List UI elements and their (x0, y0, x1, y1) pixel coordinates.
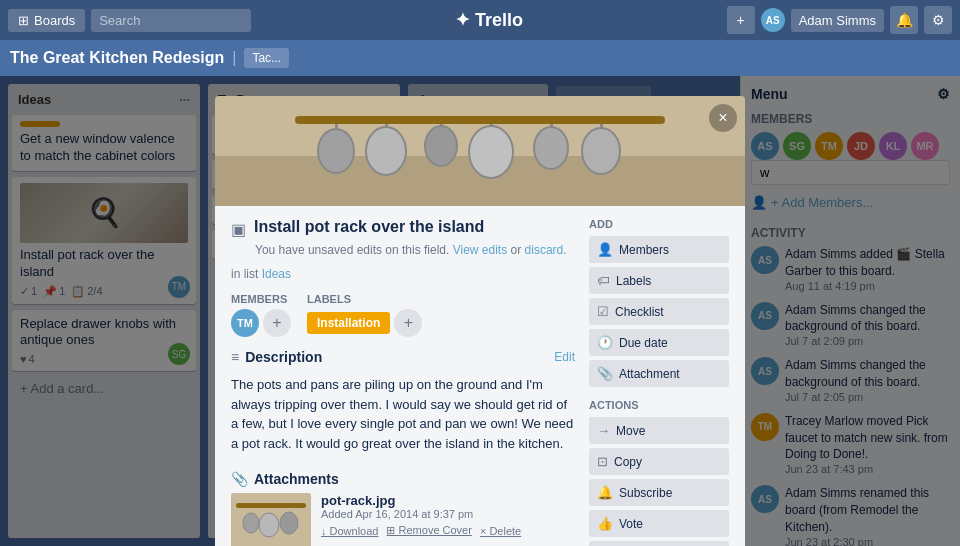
team-button[interactable]: Tac... (244, 48, 289, 68)
members-labels-row: Members TM + Labels Installation + (231, 293, 575, 337)
subscribe-button[interactable]: 🔔 Subscribe (589, 479, 729, 506)
svg-point-8 (425, 126, 457, 166)
ml-avatars: TM + (231, 309, 291, 337)
svg-rect-2 (295, 116, 665, 124)
vote-icon: 👍 (597, 516, 613, 531)
modal-main: ▣ Install pot rack over the island You h… (231, 218, 575, 546)
modal-in-list: in list Ideas (231, 267, 575, 281)
delete-attachment-button[interactable]: × Delete (480, 524, 521, 537)
modal-unsaved-notice: You have unsaved edits on this field. Vi… (255, 243, 575, 257)
modal-description-section: ≡ Description Edit The pots and pans are… (231, 349, 575, 457)
card-modal: × ▣ Install pot rack over the island You… (215, 96, 745, 546)
modal-title-row: ▣ Install pot rack over the island (231, 218, 575, 239)
modal-member-avatar[interactable]: TM (231, 309, 259, 337)
settings-button[interactable]: ⚙ (924, 6, 952, 34)
thumb-svg (231, 493, 311, 546)
svg-point-6 (366, 127, 406, 175)
boards-button[interactable]: ⊞ Boards (8, 9, 85, 32)
nav-right: + AS Adam Simms 🔔 ⚙ (727, 6, 952, 34)
checklist-btn-icon: ☑ (597, 304, 609, 319)
svg-point-14 (582, 128, 620, 174)
attachments-header: 📎 Attachments (231, 471, 575, 487)
svg-point-17 (243, 513, 259, 533)
modal-attachments-section: 📎 Attachments (231, 471, 575, 546)
add-member-modal-button[interactable]: + (263, 309, 291, 337)
add-members-btn[interactable]: 👤 Members (589, 236, 729, 263)
attachment-actions: ↓ Download ⊞ Remove Cover × Delete (321, 524, 575, 537)
add-section-title: Add (589, 218, 729, 230)
modal-sidebar: Add 👤 Members 🏷 Labels ☑ Checklist (589, 218, 729, 546)
board-header: The Great Kitchen Redesign | Tac... (0, 40, 960, 76)
description-title: Description (245, 349, 548, 365)
attachment-date: Added Apr 16, 2014 at 9:37 pm (321, 508, 575, 520)
svg-point-4 (318, 129, 354, 173)
download-button[interactable]: ↓ Download (321, 524, 378, 537)
description-icon: ≡ (231, 349, 239, 365)
attachment-info: pot-rack.jpg Added Apr 16, 2014 at 9:37 … (321, 493, 575, 537)
boards-grid-icon: ⊞ (18, 13, 29, 28)
view-edits-link[interactable]: View edits (453, 243, 507, 257)
user-name: Adam Simms (799, 13, 876, 28)
header-divider: | (232, 49, 236, 67)
ml-labels: Labels Installation + (307, 293, 422, 337)
add-label-modal-button[interactable]: + (394, 309, 422, 337)
attachments-icon: 📎 (231, 471, 248, 487)
add-due-date-btn[interactable]: 🕐 Due date (589, 329, 729, 356)
ml-labels-title: Labels (307, 293, 422, 305)
add-labels-btn[interactable]: 🏷 Labels (589, 267, 729, 294)
actions-section: Actions → Move ⊡ Copy 🔔 Subscribe (589, 399, 729, 546)
description-header: ≡ Description Edit (231, 349, 575, 365)
app-logo: ✦ Trello (257, 9, 721, 31)
due-date-btn-icon: 🕐 (597, 335, 613, 350)
add-attachment-modal-btn[interactable]: 📎 Attachment (589, 360, 729, 387)
actions-section-title: Actions (589, 399, 729, 411)
remove-cover-button[interactable]: ⊞ Remove Cover (386, 524, 471, 537)
modal-cover: × (215, 96, 745, 206)
modal-card-title: Install pot rack over the island (254, 218, 575, 236)
list-link[interactable]: Ideas (262, 267, 291, 281)
svg-point-12 (534, 127, 568, 169)
card-type-icon: ▣ (231, 220, 246, 239)
svg-point-19 (280, 512, 298, 534)
add-checklist-btn[interactable]: ☑ Checklist (589, 298, 729, 325)
move-icon: → (597, 423, 610, 438)
labels-btn-icon: 🏷 (597, 273, 610, 288)
modal-body: ▣ Install pot rack over the island You h… (215, 206, 745, 546)
archive-button[interactable]: 🗄 Archive (589, 541, 729, 546)
user-menu-button[interactable]: Adam Simms (791, 9, 884, 32)
vote-button[interactable]: 👍 Vote (589, 510, 729, 537)
svg-rect-16 (236, 503, 306, 508)
modal-close-button[interactable]: × (709, 104, 737, 132)
discard-link[interactable]: discard (525, 243, 564, 257)
add-section: Add 👤 Members 🏷 Labels ☑ Checklist (589, 218, 729, 387)
description-edit-link[interactable]: Edit (554, 350, 575, 364)
attachments-title: Attachments (254, 471, 575, 487)
description-text: The pots and pans are piling up on the g… (231, 371, 575, 457)
attachment-btn-icon: 📎 (597, 366, 613, 381)
svg-point-10 (469, 126, 513, 178)
boards-label: Boards (34, 13, 75, 28)
top-nav: ⊞ Boards ✦ Trello + AS Adam Simms 🔔 ⚙ (0, 0, 960, 40)
attachment-thumbnail (231, 493, 311, 546)
main-content: Ideas ··· Get a new window valence to ma… (0, 76, 960, 546)
svg-point-18 (259, 513, 279, 537)
notification-button[interactable]: 🔔 (890, 6, 918, 34)
user-avatar: AS (761, 8, 785, 32)
copy-icon: ⊡ (597, 454, 608, 469)
attachment-item: pot-rack.jpg Added Apr 16, 2014 at 9:37 … (231, 493, 575, 546)
move-button[interactable]: → Move (589, 417, 729, 444)
copy-button[interactable]: ⊡ Copy (589, 448, 729, 475)
modal-overlay[interactable]: × ▣ Install pot rack over the island You… (0, 76, 960, 546)
search-input[interactable] (91, 9, 251, 32)
label-installation[interactable]: Installation (307, 312, 390, 334)
attachment-name: pot-rack.jpg (321, 493, 575, 508)
add-button[interactable]: + (727, 6, 755, 34)
members-btn-icon: 👤 (597, 242, 613, 257)
board-title: The Great Kitchen Redesign (10, 49, 224, 67)
ml-members-title: Members (231, 293, 291, 305)
cover-svg (215, 96, 745, 206)
ml-label-row: Installation + (307, 309, 422, 337)
subscribe-icon: 🔔 (597, 485, 613, 500)
ml-members: Members TM + (231, 293, 291, 337)
